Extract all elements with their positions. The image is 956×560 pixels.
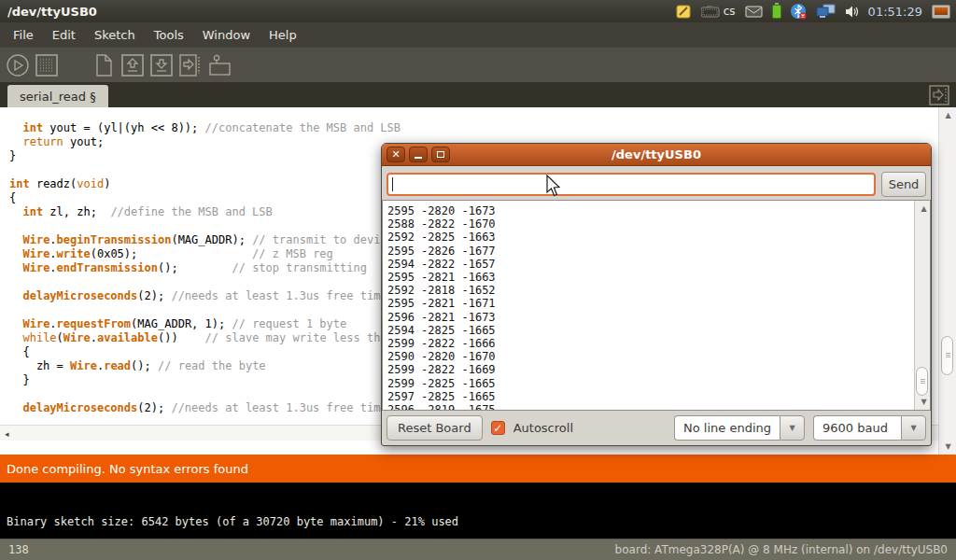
code-line: int zl, zh; //define the MSB and LSB — [9, 205, 401, 219]
line-ending-value: No line ending — [674, 415, 780, 441]
board-info: board: ATmega328P(A) @ 8 MHz (internal) … — [615, 543, 948, 556]
code-line: return yout; — [9, 135, 401, 149]
volume-icon[interactable] — [845, 5, 859, 19]
code-line: while(Wire.available()) // slave may wri… — [9, 331, 401, 345]
window-title: /dev/ttyUSB0 — [0, 5, 97, 19]
menu-bar: FileEditSketchToolsWindowHelp — [0, 22, 956, 47]
code-line: Wire.requestFrom(MAG_ADDR, 1); // reques… — [9, 317, 401, 331]
code-line: { — [9, 345, 401, 359]
open-icon[interactable] — [120, 53, 145, 77]
code-line: Wire.beginTransmission(MAG_ADDR); // tra… — [9, 233, 401, 247]
code-line: } — [9, 149, 401, 163]
mail-icon[interactable] — [745, 6, 763, 18]
new-sketch-icon[interactable] — [91, 53, 116, 77]
minimize-icon[interactable] — [409, 147, 428, 162]
line-ending-select[interactable]: No line ending — [674, 415, 805, 441]
code-line: delayMicroseconds(2); //needs at least 1… — [9, 289, 401, 303]
serial-input-row: Send — [382, 168, 931, 200]
reset-board-button[interactable]: Reset Board — [387, 415, 483, 441]
code-line: { — [9, 191, 401, 205]
scrollbar-thumb[interactable] — [941, 336, 953, 375]
code-line: int readz(void) — [9, 177, 401, 191]
baud-rate-select[interactable]: 9600 baud — [813, 415, 926, 441]
close-icon[interactable]: ✕ — [387, 147, 405, 162]
chevron-down-icon[interactable] — [780, 415, 805, 441]
chevron-down-icon[interactable] — [901, 415, 926, 441]
tab-bar: serial_read § — [0, 82, 956, 107]
baud-rate-value: 9600 baud — [813, 415, 901, 441]
serial-titlebar[interactable]: /dev/ttyUSB0 ✕ — [382, 144, 931, 166]
notes-icon[interactable] — [676, 4, 692, 20]
code-line: } — [9, 373, 401, 387]
upload-icon[interactable] — [178, 53, 203, 77]
scroll-down-icon[interactable]: ▼ — [915, 398, 931, 406]
code-line — [9, 275, 401, 289]
scroll-up-icon[interactable]: ▲ — [939, 111, 956, 119]
battery-icon[interactable] — [772, 5, 781, 19]
system-tray: cs 01:51:29 — [676, 0, 956, 22]
menu-window[interactable]: Window — [193, 28, 260, 42]
console-output: Binary sketch size: 6542 bytes (of a 307… — [7, 515, 458, 528]
serial-output-text: 2595 -2820 -1673 2588 -2822 -1670 2592 -… — [383, 201, 914, 410]
code-line — [9, 387, 401, 401]
code-line: Wire.endTransmission(); // stop transmit… — [9, 261, 401, 275]
status-footer: 138 board: ATmega328P(A) @ 8 MHz (intern… — [0, 539, 956, 560]
save-icon[interactable] — [149, 53, 174, 77]
verify-icon[interactable] — [6, 53, 30, 77]
autoscroll-checkbox[interactable] — [491, 421, 505, 435]
tab-serial-read[interactable]: serial_read § — [7, 85, 108, 107]
menu-file[interactable]: File — [4, 28, 43, 42]
compile-status-bar: Done compiling. No syntax errors found — [0, 455, 956, 483]
autoscroll-label: Autoscroll — [513, 421, 573, 435]
tab-menu-icon[interactable] — [929, 85, 949, 105]
clock[interactable]: 01:51:29 — [868, 5, 922, 19]
code-line: Wire.write(0x05); // z MSB reg — [9, 247, 401, 261]
code-line — [9, 303, 401, 317]
build-console: Binary sketch size: 6542 bytes (of a 307… — [0, 483, 956, 539]
toolbar — [0, 47, 956, 82]
scrollbar-thumb[interactable] — [916, 367, 928, 396]
code-line — [9, 163, 401, 177]
session-monitor-icon[interactable] — [932, 5, 950, 19]
scroll-left-icon[interactable]: ◂ — [5, 429, 9, 439]
code-line: delayMicroseconds(2); //needs at least 1… — [9, 401, 401, 415]
tab-label: serial_read § — [20, 90, 96, 104]
menu-edit[interactable]: Edit — [43, 28, 85, 42]
serial-monitor-icon[interactable] — [207, 53, 233, 77]
code-line: zh = Wire.read(); // read the byte — [9, 359, 401, 373]
send-button[interactable]: Send — [881, 172, 926, 197]
code-line — [9, 219, 401, 233]
mouse-cursor — [546, 175, 562, 201]
serial-input[interactable] — [387, 173, 876, 196]
keyboard-layout-label[interactable]: cs — [724, 5, 736, 18]
maximize-icon[interactable] — [431, 147, 450, 162]
menu-sketch[interactable]: Sketch — [85, 28, 145, 42]
bluetooth-icon[interactable] — [791, 4, 807, 20]
serial-controls: Reset Board Autoscroll No line ending 96… — [382, 411, 931, 445]
network-icon[interactable] — [816, 4, 836, 19]
keyboard-icon[interactable] — [701, 6, 720, 18]
serial-output[interactable]: 2595 -2820 -1673 2588 -2822 -1670 2592 -… — [382, 200, 931, 411]
desktop-panel: /dev/ttyUSB0 cs 01:51:29 — [0, 0, 956, 22]
menu-tools[interactable]: Tools — [145, 28, 193, 42]
code-line: int yout = (yl|(yh << 8)); //concatenate… — [9, 121, 401, 135]
scroll-up-icon[interactable]: ▲ — [915, 204, 931, 213]
serial-window-title: /dev/ttyUSB0 — [382, 147, 931, 161]
menu-help[interactable]: Help — [260, 28, 306, 42]
text-caret — [392, 177, 393, 191]
editor-vertical-scrollbar[interactable]: ▲ ▼ — [938, 107, 956, 455]
cursor-line-number: 138 — [8, 543, 29, 556]
serial-monitor-window: /dev/ttyUSB0 ✕ Send 2595 -2820 -1673 258… — [381, 143, 932, 446]
compile-status-message: Done compiling. No syntax errors found — [7, 462, 248, 476]
stop-icon[interactable] — [35, 53, 59, 77]
scroll-down-icon[interactable]: ▼ — [939, 442, 956, 451]
code-area[interactable]: int yout = (yl|(yh << 8)); //concatenate… — [9, 121, 401, 415]
serial-scrollbar[interactable]: ▲ ▼ — [914, 201, 930, 410]
